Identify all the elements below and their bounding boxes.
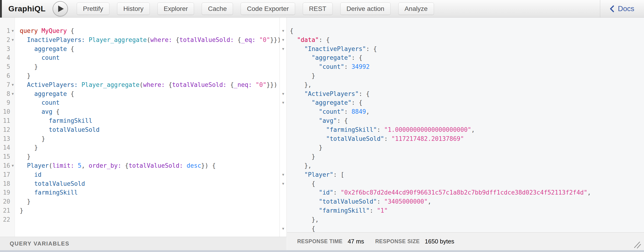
toolbar-button-code-exporter[interactable]: Code Exporter <box>241 2 295 15</box>
query-line-8: aggregate { <box>20 89 280 98</box>
toolbar-button-explorer[interactable]: Explorer <box>158 2 194 15</box>
query-variables-label: QUERY VARIABLES <box>10 241 70 247</box>
result-line-11: "avg": { <box>290 116 644 125</box>
response-size-label: RESPONSE SIZE <box>375 238 420 245</box>
app-title: GraphiQL <box>8 4 46 13</box>
toolbar-buttons: PrettifyHistoryExplorerCacheCode Exporte… <box>77 2 442 15</box>
line-number: 2 <box>0 35 10 44</box>
fold-arrow-icon[interactable]: ▼ <box>280 98 286 107</box>
toolbar: GraphiQL PrettifyHistoryExplorerCacheCod… <box>0 0 644 17</box>
line-number: 14 <box>0 143 10 152</box>
line-number: 19 <box>0 188 10 197</box>
line-number: 5 <box>0 62 10 71</box>
result-line-23: { <box>290 224 644 232</box>
result-line-13: "totalValueSold": "117217482.20137869" <box>290 134 644 143</box>
gutter-row: 6 <box>0 71 14 80</box>
query-line-14: } <box>20 143 280 152</box>
line-number: 4 <box>0 53 10 62</box>
fold-arrow-icon[interactable]: ▼ <box>280 26 286 35</box>
gutter-row: 14 <box>0 143 14 152</box>
gutter-row: 17 <box>0 170 14 179</box>
query-line-13: } <box>20 134 280 143</box>
fold-arrow-icon[interactable]: ▼ <box>280 170 286 179</box>
result-line-8: "ActivePlayers": { <box>290 89 644 98</box>
query-line-16: Player(limit: 5, order_by: {totalValueSo… <box>20 161 280 170</box>
response-time-label: RESPONSE TIME <box>297 238 343 245</box>
fold-arrow-icon[interactable]: ▼ <box>11 80 14 89</box>
result-lines: { "data": { "InactivePlayers": { "aggreg… <box>287 17 644 232</box>
docs-toggle[interactable]: Docs <box>600 0 644 17</box>
fold-arrow-icon[interactable]: ▼ <box>11 35 14 44</box>
fold-arrow-icon[interactable]: ▼ <box>280 179 286 188</box>
query-line-5: } <box>20 62 280 71</box>
toolbar-button-cache[interactable]: Cache <box>202 2 233 15</box>
line-number: 1 <box>0 26 10 35</box>
result-line-17: "Player": [ <box>290 170 644 179</box>
query-editor[interactable]: 1▼2▼34567▼8▼910111213141516▼171819202122… <box>0 17 280 237</box>
result-line-6: } <box>290 71 644 80</box>
result-fold-gutter: ▼▼▼▼▼▼▼▼ <box>280 17 287 237</box>
fold-arrow-icon[interactable]: ▼ <box>280 35 286 44</box>
gutter-row: 11 <box>0 116 14 125</box>
gutter-row: 9 <box>0 98 14 107</box>
toolbar-button-analyze[interactable]: Analyze <box>398 2 434 15</box>
execute-query-button[interactable] <box>52 1 68 16</box>
line-number: 13 <box>0 134 10 143</box>
query-line-12: totalValueSold <box>20 125 280 134</box>
fold-arrow-icon[interactable]: ▼ <box>280 44 286 53</box>
line-number: 11 <box>0 116 10 125</box>
line-number: 17 <box>0 170 10 179</box>
query-line-15: } <box>20 152 280 161</box>
toolbar-button-derive-action[interactable]: Derive action <box>340 2 390 15</box>
query-line-18: totalValueSold <box>20 179 280 188</box>
query-variables-bar[interactable]: QUERY VARIABLES <box>0 237 287 250</box>
gutter-row: 3 <box>0 44 14 53</box>
gutter-row: 19 <box>0 188 14 197</box>
query-line-21: } <box>20 206 280 215</box>
response-footer: RESPONSE TIME 47 ms RESPONSE SIZE 1650 b… <box>287 232 644 250</box>
line-number: 18 <box>0 179 10 188</box>
query-line-7: ActivePlayers: Player_aggregate(where: {… <box>20 80 280 89</box>
fold-arrow-icon[interactable]: ▼ <box>11 161 14 170</box>
fold-arrow-icon[interactable]: ▼ <box>11 26 14 35</box>
window-edge <box>0 0 2 17</box>
line-number: 20 <box>0 197 10 206</box>
gutter-row: 4 <box>0 53 14 62</box>
result-viewer[interactable]: { "data": { "InactivePlayers": { "aggreg… <box>287 17 644 232</box>
line-number: 10 <box>0 107 10 116</box>
query-editor-lines: query MyQuery { InactivePlayers: Player_… <box>15 17 280 224</box>
response-size-value: 1650 bytes <box>425 238 454 245</box>
result-line-19: "id": "0x2f6bc87d2de44cd90f96631c57c1a8b… <box>290 188 644 197</box>
docs-label: Docs <box>618 5 634 13</box>
result-line-21: "farmingSkill": "1" <box>290 206 644 215</box>
gutter-row: 15 <box>0 152 14 161</box>
graphiql-app: GraphiQL PrettifyHistoryExplorerCacheCod… <box>0 0 644 252</box>
toolbar-button-history[interactable]: History <box>117 2 150 15</box>
gutter-row: 7▼ <box>0 80 14 89</box>
result-line-4: "aggregate": { <box>290 53 644 62</box>
result-line-20: "totalValueSold": "3405000000", <box>290 197 644 206</box>
fold-arrow-icon[interactable]: ▼ <box>280 224 286 233</box>
toolbar-button-rest[interactable]: REST <box>303 2 333 15</box>
gutter-row: 20 <box>0 197 14 206</box>
chevron-left-icon <box>610 5 614 13</box>
query-line-10: avg { <box>20 107 280 116</box>
query-editor-gutter: 1▼2▼34567▼8▼910111213141516▼171819202122 <box>0 17 15 237</box>
gutter-row: 8▼ <box>0 89 14 98</box>
fold-arrow-icon[interactable]: ▼ <box>11 89 14 98</box>
query-line-20: } <box>20 197 280 206</box>
toolbar-button-prettify[interactable]: Prettify <box>77 2 110 15</box>
gutter-row: 18 <box>0 179 14 188</box>
gutter-row: 22 <box>0 215 14 224</box>
result-line-7: }, <box>290 80 644 89</box>
result-line-10: "count": 8849, <box>290 107 644 116</box>
line-number: 3 <box>0 44 10 53</box>
gutter-row: 21 <box>0 206 14 215</box>
fold-arrow-icon[interactable]: ▼ <box>280 89 286 98</box>
line-number: 7 <box>0 80 10 89</box>
result-line-22: }, <box>290 215 644 224</box>
query-line-9: count <box>20 98 280 107</box>
result-line-18: { <box>290 179 644 188</box>
resize-grip-icon[interactable] <box>632 240 642 249</box>
query-line-2: InactivePlayers: Player_aggregate(where:… <box>20 35 280 44</box>
